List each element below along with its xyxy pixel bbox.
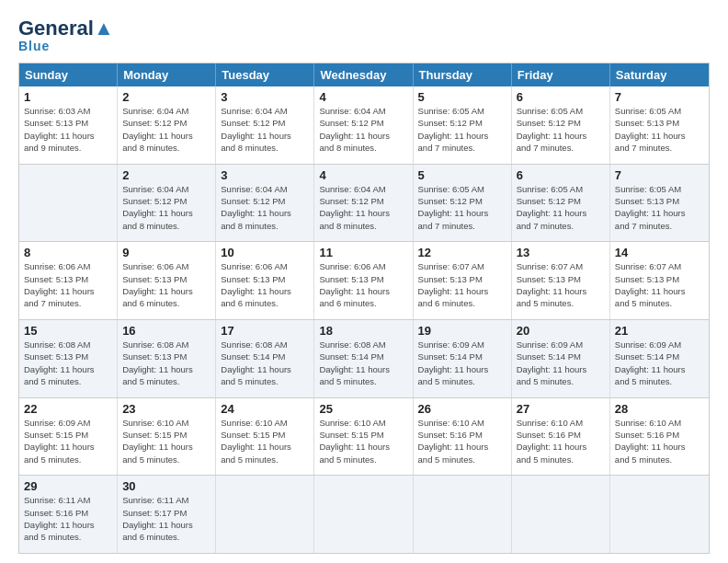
calendar-cell: 8Sunrise: 6:06 AM Sunset: 5:13 PM Daylig… bbox=[19, 242, 118, 319]
day-number: 14 bbox=[615, 246, 704, 259]
day-number: 11 bbox=[319, 246, 407, 259]
day-info: Sunrise: 6:03 AM Sunset: 5:13 PM Dayligh… bbox=[24, 105, 112, 154]
day-number: 3 bbox=[221, 90, 309, 104]
day-number: 7 bbox=[615, 168, 704, 182]
day-number: 10 bbox=[221, 246, 309, 259]
day-number: 3 bbox=[221, 168, 309, 182]
day-number: 25 bbox=[319, 402, 407, 416]
day-info: Sunrise: 6:05 AM Sunset: 5:12 PM Dayligh… bbox=[418, 183, 506, 232]
day-number: 2 bbox=[122, 168, 210, 182]
day-number: 27 bbox=[517, 402, 605, 416]
day-number: 24 bbox=[221, 402, 309, 416]
day-number: 29 bbox=[24, 479, 112, 493]
calendar-cell: 14Sunrise: 6:07 AM Sunset: 5:13 PM Dayli… bbox=[610, 242, 709, 319]
day-info: Sunrise: 6:08 AM Sunset: 5:13 PM Dayligh… bbox=[122, 339, 210, 387]
day-number: 6 bbox=[517, 90, 605, 104]
calendar-cell: 2Sunrise: 6:04 AM Sunset: 5:12 PM Daylig… bbox=[118, 165, 216, 242]
calendar-cell bbox=[314, 476, 413, 553]
logo-general: General bbox=[18, 17, 94, 40]
day-number: 22 bbox=[24, 402, 112, 416]
day-info: Sunrise: 6:05 AM Sunset: 5:13 PM Dayligh… bbox=[615, 183, 704, 232]
day-info: Sunrise: 6:05 AM Sunset: 5:12 PM Dayligh… bbox=[418, 105, 506, 154]
day-info: Sunrise: 6:10 AM Sunset: 5:16 PM Dayligh… bbox=[615, 417, 704, 465]
calendar-row: 22Sunrise: 6:09 AM Sunset: 5:15 PM Dayli… bbox=[19, 397, 709, 476]
day-info: Sunrise: 6:06 AM Sunset: 5:13 PM Dayligh… bbox=[122, 260, 210, 309]
day-info: Sunrise: 6:05 AM Sunset: 5:12 PM Dayligh… bbox=[517, 105, 605, 154]
header-sunday: Sunday bbox=[19, 63, 118, 86]
day-info: Sunrise: 6:07 AM Sunset: 5:13 PM Dayligh… bbox=[517, 260, 605, 309]
calendar-cell: 22Sunrise: 6:09 AM Sunset: 5:15 PM Dayli… bbox=[19, 398, 118, 476]
day-info: Sunrise: 6:07 AM Sunset: 5:13 PM Dayligh… bbox=[418, 260, 506, 309]
calendar-body: 1Sunrise: 6:03 AM Sunset: 5:13 PM Daylig… bbox=[19, 86, 709, 553]
day-info: Sunrise: 6:09 AM Sunset: 5:14 PM Dayligh… bbox=[517, 339, 605, 387]
calendar-cell: 4Sunrise: 6:04 AM Sunset: 5:12 PM Daylig… bbox=[314, 86, 413, 164]
calendar-cell: 30Sunrise: 6:11 AM Sunset: 5:17 PM Dayli… bbox=[118, 476, 216, 553]
day-info: Sunrise: 6:06 AM Sunset: 5:13 PM Dayligh… bbox=[319, 260, 407, 309]
day-number: 21 bbox=[615, 324, 704, 338]
calendar-cell: 17Sunrise: 6:08 AM Sunset: 5:14 PM Dayli… bbox=[216, 320, 314, 397]
day-info: Sunrise: 6:08 AM Sunset: 5:14 PM Dayligh… bbox=[221, 339, 309, 387]
day-info: Sunrise: 6:06 AM Sunset: 5:13 PM Dayligh… bbox=[221, 260, 309, 309]
calendar-cell: 5Sunrise: 6:05 AM Sunset: 5:12 PM Daylig… bbox=[414, 165, 512, 242]
day-number: 23 bbox=[122, 402, 210, 416]
day-info: Sunrise: 6:09 AM Sunset: 5:14 PM Dayligh… bbox=[615, 339, 704, 387]
day-number: 17 bbox=[221, 324, 309, 338]
calendar-cell bbox=[610, 476, 709, 553]
calendar: Sunday Monday Tuesday Wednesday Thursday… bbox=[18, 63, 710, 554]
day-info: Sunrise: 6:10 AM Sunset: 5:16 PM Dayligh… bbox=[517, 417, 605, 465]
calendar-cell: 15Sunrise: 6:08 AM Sunset: 5:13 PM Dayli… bbox=[19, 320, 118, 397]
day-number: 16 bbox=[122, 324, 210, 338]
calendar-cell: 2Sunrise: 6:04 AM Sunset: 5:12 PM Daylig… bbox=[118, 86, 216, 164]
day-number: 5 bbox=[418, 90, 506, 104]
logo-text: General▲ bbox=[18, 18, 114, 39]
calendar-cell: 5Sunrise: 6:05 AM Sunset: 5:12 PM Daylig… bbox=[414, 86, 512, 164]
calendar-cell: 25Sunrise: 6:10 AM Sunset: 5:15 PM Dayli… bbox=[314, 398, 413, 476]
day-info: Sunrise: 6:11 AM Sunset: 5:16 PM Dayligh… bbox=[24, 494, 112, 543]
logo-blue-text: Blue bbox=[18, 39, 50, 53]
calendar-header: Sunday Monday Tuesday Wednesday Thursday… bbox=[19, 63, 709, 86]
calendar-cell: 29Sunrise: 6:11 AM Sunset: 5:16 PM Dayli… bbox=[19, 476, 118, 553]
day-info: Sunrise: 6:04 AM Sunset: 5:12 PM Dayligh… bbox=[319, 183, 407, 232]
calendar-cell: 7Sunrise: 6:05 AM Sunset: 5:13 PM Daylig… bbox=[610, 86, 709, 164]
calendar-cell: 6Sunrise: 6:05 AM Sunset: 5:12 PM Daylig… bbox=[512, 165, 610, 242]
day-info: Sunrise: 6:07 AM Sunset: 5:13 PM Dayligh… bbox=[615, 260, 704, 309]
calendar-cell: 11Sunrise: 6:06 AM Sunset: 5:13 PM Dayli… bbox=[314, 242, 413, 319]
day-info: Sunrise: 6:04 AM Sunset: 5:12 PM Dayligh… bbox=[122, 183, 210, 232]
day-info: Sunrise: 6:06 AM Sunset: 5:13 PM Dayligh… bbox=[24, 260, 112, 309]
day-number: 30 bbox=[122, 479, 210, 493]
day-number: 13 bbox=[517, 246, 605, 259]
calendar-row: 8Sunrise: 6:06 AM Sunset: 5:13 PM Daylig… bbox=[19, 241, 709, 319]
calendar-cell: 3Sunrise: 6:04 AM Sunset: 5:12 PM Daylig… bbox=[216, 165, 314, 242]
day-number: 20 bbox=[517, 324, 605, 338]
calendar-cell bbox=[216, 476, 314, 553]
header-friday: Friday bbox=[512, 63, 610, 86]
day-number: 18 bbox=[319, 324, 407, 338]
day-number: 6 bbox=[517, 168, 605, 182]
day-info: Sunrise: 6:05 AM Sunset: 5:12 PM Dayligh… bbox=[517, 183, 605, 232]
calendar-cell: 23Sunrise: 6:10 AM Sunset: 5:15 PM Dayli… bbox=[118, 398, 216, 476]
day-info: Sunrise: 6:11 AM Sunset: 5:17 PM Dayligh… bbox=[122, 494, 210, 543]
calendar-cell: 18Sunrise: 6:08 AM Sunset: 5:14 PM Dayli… bbox=[314, 320, 413, 397]
day-info: Sunrise: 6:04 AM Sunset: 5:12 PM Dayligh… bbox=[221, 105, 309, 154]
day-number: 4 bbox=[319, 90, 407, 104]
calendar-cell: 28Sunrise: 6:10 AM Sunset: 5:16 PM Dayli… bbox=[610, 398, 709, 476]
calendar-cell: 1Sunrise: 6:03 AM Sunset: 5:13 PM Daylig… bbox=[19, 86, 118, 164]
day-info: Sunrise: 6:10 AM Sunset: 5:15 PM Dayligh… bbox=[122, 417, 210, 465]
day-number: 1 bbox=[24, 90, 112, 104]
day-number: 7 bbox=[615, 90, 704, 104]
calendar-cell bbox=[512, 476, 610, 553]
calendar-row: 2Sunrise: 6:04 AM Sunset: 5:12 PM Daylig… bbox=[19, 164, 709, 242]
calendar-cell: 26Sunrise: 6:10 AM Sunset: 5:16 PM Dayli… bbox=[414, 398, 512, 476]
calendar-cell: 20Sunrise: 6:09 AM Sunset: 5:14 PM Dayli… bbox=[512, 320, 610, 397]
calendar-cell: 24Sunrise: 6:10 AM Sunset: 5:15 PM Dayli… bbox=[216, 398, 314, 476]
calendar-cell: 19Sunrise: 6:09 AM Sunset: 5:14 PM Dayli… bbox=[414, 320, 512, 397]
calendar-cell: 21Sunrise: 6:09 AM Sunset: 5:14 PM Dayli… bbox=[610, 320, 709, 397]
day-number: 4 bbox=[319, 168, 407, 182]
day-info: Sunrise: 6:04 AM Sunset: 5:12 PM Dayligh… bbox=[122, 105, 210, 154]
calendar-cell: 9Sunrise: 6:06 AM Sunset: 5:13 PM Daylig… bbox=[118, 242, 216, 319]
day-info: Sunrise: 6:09 AM Sunset: 5:14 PM Dayligh… bbox=[418, 339, 506, 387]
calendar-cell: 16Sunrise: 6:08 AM Sunset: 5:13 PM Dayli… bbox=[118, 320, 216, 397]
header-thursday: Thursday bbox=[414, 63, 512, 86]
day-info: Sunrise: 6:08 AM Sunset: 5:13 PM Dayligh… bbox=[24, 339, 112, 387]
day-number: 8 bbox=[24, 246, 112, 259]
